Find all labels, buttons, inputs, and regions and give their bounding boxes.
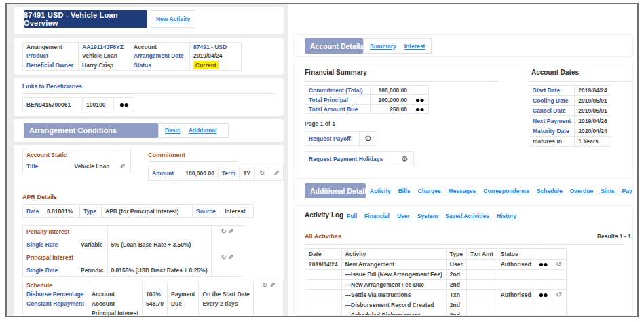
column-header: Txn Amt [467, 249, 497, 260]
field-label: Cancel Date [529, 106, 575, 116]
account-details-header-card: Account Details Summary Interest [293, 34, 633, 57]
refresh-icon[interactable]: ↻ [221, 253, 226, 261]
view-activity-button[interactable] [535, 260, 552, 270]
column-header: Type [446, 249, 466, 260]
edit-icon[interactable]: ✎ [228, 254, 233, 261]
tab-summary[interactable]: Summary [370, 43, 396, 50]
refresh-icon[interactable]: ↻ [221, 228, 226, 235]
field-label: Title [23, 160, 71, 173]
field-label: Term [218, 166, 240, 181]
table-row: ---Disbursement Record Created 2nd [305, 300, 567, 310]
field-value: Periodic [77, 264, 107, 277]
tab-saved-activities[interactable]: Saved Activities [445, 213, 489, 219]
field-value: Vehicle Loan [79, 52, 130, 60]
field-label: Arrangement [23, 43, 79, 52]
new-activity-label[interactable]: New Activity [156, 16, 190, 22]
tab-full[interactable]: Full [347, 213, 357, 219]
request-payment-holidays-button[interactable]: Request Payment Holidays ⚙ [305, 151, 414, 166]
tab-basic[interactable]: Basic [165, 127, 181, 134]
table-row: ---Scheduled Disbursement 2nd [305, 310, 567, 317]
account-id[interactable]: 87491 - USD [190, 43, 242, 52]
table-row: ---Issue Bill (New Arrangement Fee) 2nd [305, 270, 567, 280]
divider [305, 81, 499, 82]
field-label: Rate [23, 205, 43, 218]
tab-correspondence[interactable]: Correspondence [483, 187, 529, 194]
request-payoff-button[interactable]: Request Payoff ⚙ [305, 131, 377, 146]
account-details-tabs: Summary Interest [363, 38, 432, 54]
conditions-detail-card: Account Static Title Vehicle Loan ✎ Comm… [14, 145, 284, 317]
tab-overdue[interactable]: Overdue [570, 187, 594, 194]
arrangement-id[interactable]: AA19114JF6YZ [79, 43, 130, 52]
tab-charges[interactable]: Charges [418, 187, 441, 194]
financial-summary-table: Commitment (Total) 100,000.00 Total Prin… [305, 85, 429, 114]
history-icon[interactable]: ↺ [556, 291, 561, 298]
tab-bills[interactable]: Bills [398, 187, 411, 194]
history-icon[interactable]: ↺ [556, 260, 561, 268]
beneficiary-ref[interactable]: BEN9415700061 [23, 98, 83, 111]
edit-icon[interactable]: ✎ [269, 282, 275, 289]
principal-interest-title: Principal Interest [23, 251, 77, 264]
field-label: Cooling Date [529, 96, 575, 106]
field-label: Single Rate [23, 238, 77, 251]
activity-log-card: Activity Log Full Financial User System … [293, 205, 633, 316]
request-payoff-label[interactable]: Request Payoff [305, 132, 360, 146]
tab-interest[interactable]: Interest [404, 43, 425, 50]
glasses-icon[interactable] [539, 262, 548, 268]
field-value [142, 308, 167, 317]
schedule-title: Schedule [23, 281, 88, 290]
gear-icon[interactable]: ⚙ [364, 134, 372, 143]
activities-table: Date Activity Type Txn Amt Status 2019/0… [305, 248, 567, 316]
new-activity-button[interactable]: New Activity [151, 10, 195, 28]
glasses-icon[interactable] [415, 97, 425, 103]
tab-history[interactable]: History [497, 213, 516, 219]
view-beneficiary-button[interactable] [114, 98, 134, 111]
tab-user[interactable]: User [397, 213, 410, 219]
tab-sims[interactable]: Sims [601, 187, 614, 194]
field-label: Beneficial Owner [23, 60, 79, 71]
interest-table: Penalty Interest ↻ ✎ Single Rate Variabl… [22, 225, 244, 277]
tab-additional[interactable]: Additional [189, 127, 217, 134]
table-row: 2019/04/24 New Arrangement User Authoris… [305, 260, 567, 270]
tab-messages[interactable]: Messages [449, 187, 476, 194]
field-value: Every 2 days [199, 299, 253, 308]
field-label: Commitment (Total) [305, 86, 371, 95]
edit-icon[interactable]: ✎ [228, 228, 233, 235]
view-total-principal-button[interactable] [411, 95, 429, 105]
tab-schedule[interactable]: Schedule [537, 187, 563, 194]
gear-icon[interactable]: ⚙ [401, 154, 409, 164]
field-value: APR (for Principal Interest) [102, 205, 193, 218]
field-label: Total Principal [305, 95, 371, 105]
tab-payment-orders[interactable]: Payment Orders [622, 187, 634, 194]
arrangement-summary-card: Arrangement AA19114JF6YZ Account 87491 -… [14, 38, 284, 75]
field-label: Product [23, 52, 79, 60]
field-label: Arrangement Date [130, 52, 190, 60]
view-activity-button[interactable] [535, 290, 552, 300]
tab-system[interactable]: System [417, 213, 438, 219]
field-label: Maturity Date [529, 126, 575, 137]
request-payment-holidays-label[interactable]: Request Payment Holidays [305, 152, 396, 166]
edit-icon[interactable]: ✎ [119, 163, 125, 170]
field-label: Disburse Percentage [23, 289, 88, 299]
divider [22, 93, 275, 94]
app-frame: 87491 USD - Vehicle Loan Overview New Ac… [5, 3, 639, 317]
field-value: 2019/05/01 [575, 106, 611, 116]
field-value: 2019/04/24 [575, 86, 611, 96]
field-label: Constant Repayment [23, 299, 88, 308]
beneficiary-code: 100100 [83, 98, 114, 111]
field-value: 100% [142, 289, 167, 299]
glasses-icon[interactable] [415, 107, 425, 113]
field-label: Total Amount Due [305, 105, 371, 114]
column-header: Date [305, 249, 342, 260]
edit-icon[interactable]: ✎ [273, 170, 279, 177]
glasses-icon[interactable] [119, 102, 129, 108]
field-value: 2019/05/01 [575, 96, 611, 106]
refresh-icon[interactable]: ↻ [262, 281, 267, 289]
activity-log-tabs: Full Financial User System Saved Activit… [347, 212, 516, 220]
glasses-icon[interactable] [539, 292, 548, 298]
tab-financial[interactable]: Financial [364, 213, 390, 219]
field-value: Harry Crisp [79, 60, 130, 71]
refresh-icon[interactable]: ↻ [259, 169, 265, 177]
view-total-amount-due-button[interactable] [411, 105, 429, 114]
arrangement-conditions-title: Arrangement Conditions [24, 123, 158, 138]
tab-activity[interactable]: Activity [370, 187, 391, 194]
